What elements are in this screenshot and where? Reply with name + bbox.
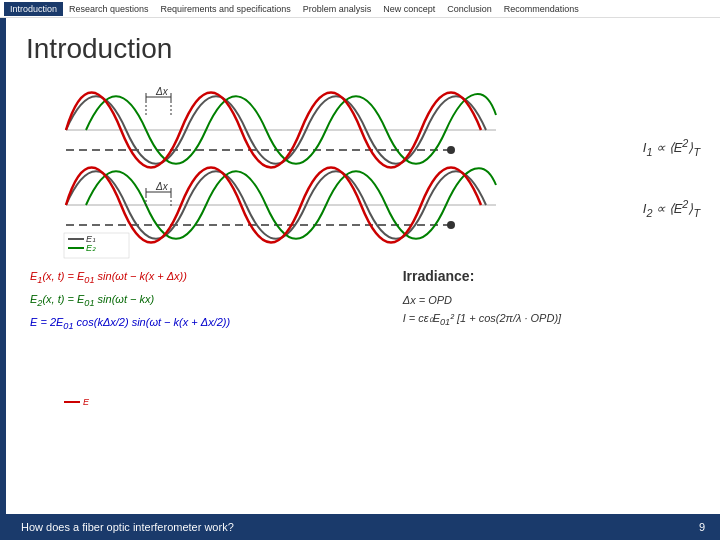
equations-section: E1(x, t) = E01 sin(ωt − k(x + Δx)) E2(x,… (26, 268, 700, 334)
irradiance-formula: I = cε₀E01² [1 + cos(2π/λ · OPD)] (403, 312, 700, 327)
nav-item-recommendations[interactable]: Recommendations (498, 2, 585, 16)
main-content: Introduction (6, 18, 720, 540)
formula-i1: I1 ∝ ⟨E2⟩T (643, 137, 700, 158)
opd-formula: Δx = OPD (403, 294, 700, 306)
formula-i2: I2 ∝ ⟨E2⟩T (643, 198, 700, 219)
equation-e2: E2(x, t) = E01 sin(ωt − kx) (26, 291, 383, 310)
svg-text:Δx: Δx (155, 181, 169, 192)
nav-item-problem[interactable]: Problem analysis (297, 2, 378, 16)
nav-item-research[interactable]: Research questions (63, 2, 155, 16)
nav-item-introduction[interactable]: Introduction (4, 2, 63, 16)
page-number: 9 (699, 521, 705, 533)
wave-diagram: Δx Δx E₁ E₂ (26, 75, 633, 260)
equations-right: Irradiance: Δx = OPD I = cε₀E01² [1 + co… (393, 268, 700, 334)
svg-point-4 (447, 146, 455, 154)
irradiance-title: Irradiance: (403, 268, 700, 284)
navigation-bar: Introduction Research questions Requirem… (0, 0, 720, 18)
nav-item-conclusion[interactable]: Conclusion (441, 2, 498, 16)
right-formulas: I1 ∝ ⟨E2⟩T I2 ∝ ⟨E2⟩T (633, 75, 700, 260)
svg-rect-18 (64, 233, 129, 258)
equation-e1: E1(x, t) = E01 sin(ωt − k(x + Δx)) (26, 268, 383, 287)
bottom-question: How does a fiber optic interferometer wo… (21, 521, 234, 533)
page-title: Introduction (26, 33, 700, 65)
diagram-area: Δx Δx E₁ E₂ (26, 75, 700, 260)
equation-e-total: E = 2E01 cos(kΔx/2) sin(ωt − k(x + Δx/2)… (26, 314, 383, 333)
svg-text:Δx: Δx (155, 86, 169, 97)
svg-text:E₂: E₂ (86, 243, 96, 253)
bottom-bar: How does a fiber optic interferometer wo… (6, 514, 720, 540)
nav-item-requirements[interactable]: Requirements and specifications (155, 2, 297, 16)
equations-left: E1(x, t) = E01 sin(ωt − k(x + Δx)) E2(x,… (26, 268, 383, 334)
nav-item-new-concept[interactable]: New concept (377, 2, 441, 16)
svg-point-5 (447, 221, 455, 229)
